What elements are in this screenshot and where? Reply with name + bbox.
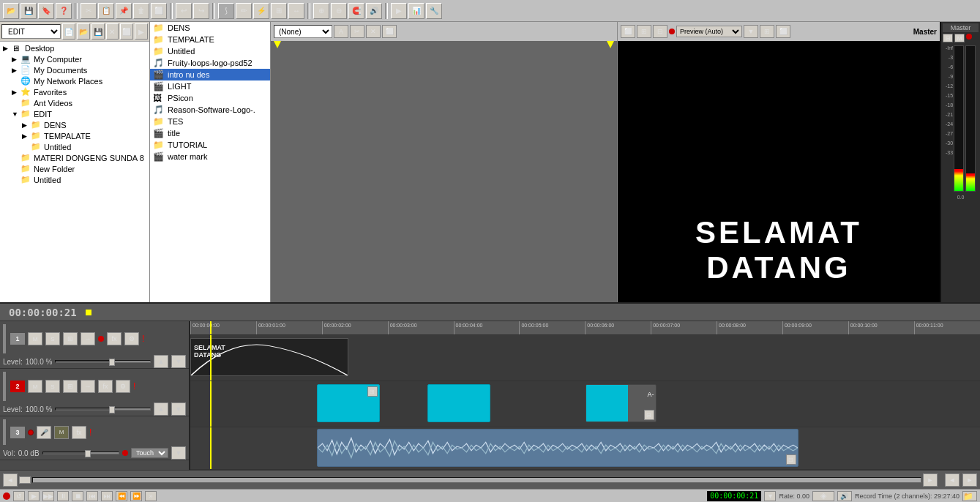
tl-horizontal-scrollbar[interactable] <box>32 477 921 483</box>
file-item-title[interactable]: 🎬 title <box>150 127 270 139</box>
track-1-settings[interactable]: ⚙ <box>124 332 139 345</box>
touch-mode-select[interactable]: Touch <box>131 448 168 458</box>
clip-selamat-datang[interactable]: SELAMATDATANG <box>190 338 348 376</box>
tree-item-new-folder[interactable]: 📁 New Folder <box>1 163 148 174</box>
tree-item-untitled-root[interactable]: 📁 Untitled <box>1 174 148 185</box>
track-2-settings[interactable]: ⚙ <box>116 380 130 393</box>
track-3-rec-btn[interactable] <box>28 430 34 435</box>
track-2-fx[interactable]: fx <box>98 380 113 393</box>
clip-resize-handle-2[interactable]: ⊟ <box>644 410 654 420</box>
bt-rec-btn[interactable] <box>3 492 10 500</box>
tree-item-network[interactable]: 🌐 My Network Places <box>1 75 148 86</box>
track-1-vol-down[interactable]: ▼ <box>171 355 186 368</box>
file-item-untitled[interactable]: 📁 Untitled <box>150 45 270 57</box>
tl-scroll-left[interactable]: ◄ <box>3 473 18 487</box>
bt-loop-btn[interactable]: ↺ <box>13 491 25 501</box>
new-project-btn[interactable]: 📄 <box>62 23 75 40</box>
tree-item-untitled-edit[interactable]: 📁 Untitled <box>1 141 148 152</box>
track-lane-3[interactable]: ⊟ <box>190 427 980 470</box>
preview-maximize-btn[interactable]: ⬜ <box>776 25 790 38</box>
track-1-fx[interactable]: fx <box>107 332 121 345</box>
preview-combo-middle[interactable]: (None) <box>274 25 332 38</box>
track-2-fader[interactable] <box>55 408 151 411</box>
right-preview-btn3[interactable]: ⊟ <box>653 25 667 38</box>
play-btn[interactable]: ▶ <box>135 23 148 40</box>
track-2-mute[interactable]: M <box>28 380 42 393</box>
bt-play[interactable]: ▶ <box>28 491 40 501</box>
toolbar-btn-9[interactable]: 📊 <box>408 3 424 19</box>
toolbar-btn-3[interactable]: 🔖 <box>38 3 54 19</box>
file-item-tutorial[interactable]: 📁 TUTORIAL <box>150 139 270 151</box>
track-1-solo[interactable]: S <box>45 332 60 345</box>
tree-item-dens[interactable]: ▶ 📁 DENS <box>1 119 148 130</box>
file-item-psicon[interactable]: 🖼 PSicon <box>150 92 270 104</box>
properties-btn[interactable]: ⬜ <box>120 23 133 40</box>
toolbar-copy[interactable]: 📋 <box>98 3 114 19</box>
clip-cyan-2[interactable] <box>427 384 490 422</box>
track-1-btn4[interactable]: → <box>81 332 95 345</box>
bt-pause[interactable]: ⏸ <box>57 491 69 501</box>
tree-item-materi[interactable]: 📁 MATERI DONGENG SUNDA 8 <box>1 152 148 163</box>
tl-zoom-in[interactable]: ► <box>962 473 977 487</box>
right-preview-btn2[interactable]: ⊞ <box>637 25 651 38</box>
track-2-vol-down[interactable]: ▼ <box>171 402 186 416</box>
bt-more[interactable]: » <box>145 491 157 501</box>
toolbar-zoom-in[interactable]: ⊕ <box>313 3 329 19</box>
clip-audio[interactable]: ⊟ <box>317 429 798 467</box>
toolbar-delete[interactable]: 🗑 <box>133 3 149 19</box>
tree-item-my-computer[interactable]: ▶ 💻 My Computer <box>1 53 148 64</box>
toolbar-btn-2[interactable]: 💾 <box>20 3 37 19</box>
tree-item-edit[interactable]: ▼ 📁 EDIT <box>1 108 148 119</box>
file-item-light[interactable]: 🎬 LIGHT <box>150 80 270 92</box>
file-item-dens[interactable]: 📁 DENS <box>150 22 270 34</box>
toolbar-paste[interactable]: 📌 <box>116 3 132 19</box>
toolbar-render[interactable]: ▶ <box>391 3 407 19</box>
file-item-intro[interactable]: 🎬 intro nu des <box>150 69 270 80</box>
tl-zoom-out[interactable]: ◄ <box>945 473 960 487</box>
toolbar-redo[interactable]: ↪ <box>193 3 209 19</box>
toolbar-undo[interactable]: ↩ <box>176 3 192 19</box>
bt-timecode-btn[interactable]: ▼ <box>764 491 776 501</box>
track-2-btn3[interactable]: ⊞ <box>63 380 78 393</box>
track-2-solo[interactable]: S <box>45 380 60 393</box>
track-2-vol-up[interactable]: ▲ <box>154 402 168 416</box>
toolbar-cut[interactable]: ✂ <box>81 3 97 19</box>
file-item-tempalate[interactable]: 📁 TEMPALATE <box>150 34 270 45</box>
track-1-mute[interactable]: M <box>28 332 42 345</box>
clip-resize-handle-1[interactable]: ⊞ <box>367 386 378 397</box>
tree-item-tempalate[interactable]: ▶ 📁 TEMPALATE <box>1 130 148 141</box>
toolbar-edit[interactable]: ✏ <box>236 3 252 19</box>
tl-scroll-handle[interactable] <box>19 476 31 484</box>
open-btn[interactable]: 📂 <box>77 23 90 40</box>
file-item-watermark[interactable]: 🎬 water mark <box>150 151 270 162</box>
toolbar-btn-7[interactable]: ↔ <box>288 3 304 19</box>
bt-end-btn[interactable]: 📁 <box>962 491 977 501</box>
track-1-btn3[interactable]: ⊞ <box>63 332 78 345</box>
tree-item-desktop[interactable]: ▶ 🖥 Desktop <box>1 43 148 53</box>
right-preview-snap[interactable]: ⬜ <box>621 25 635 38</box>
close-btn[interactable]: ✕ <box>106 23 119 40</box>
bt-speaker[interactable]: 🔊 <box>837 491 852 501</box>
file-item-tes[interactable]: 📁 TES <box>150 116 270 127</box>
track-1-vol-up[interactable]: ▲ <box>154 355 168 368</box>
preview-btn-2[interactable]: ✂ <box>350 25 364 38</box>
track-3-collapse-handle[interactable] <box>3 419 6 445</box>
vu-btn-1[interactable]: ⊟ <box>943 34 953 42</box>
toolbar-btn-5[interactable]: ⬜ <box>151 3 167 19</box>
tree-item-ant-videos[interactable]: 📁 Ant Videos <box>1 97 148 108</box>
tree-item-my-documents[interactable]: ▶ 📄 My Documents <box>1 64 148 75</box>
preview-maximize[interactable]: ⬜ <box>382 25 397 38</box>
toolbar-btn-8[interactable]: 🔊 <box>366 3 382 19</box>
tree-item-favorites[interactable]: ▶ ⭐ Favorites <box>1 86 148 97</box>
track-2-collapse-handle[interactable] <box>3 372 6 401</box>
clip-mixed[interactable]: A- ⊟ <box>586 384 657 422</box>
clip-cyan-1[interactable]: ⊞ <box>317 384 380 422</box>
preview-btn-1[interactable]: A <box>334 25 348 38</box>
toolbar-btn-1[interactable]: 📂 <box>3 3 19 19</box>
preview-mode-select[interactable]: Preview (Auto) <box>676 26 742 37</box>
toolbar-split[interactable]: ⚡ <box>253 3 269 19</box>
track-lane-1[interactable]: SELAMATDATANG <box>190 335 980 381</box>
preview-options-btn[interactable]: ▼ <box>744 25 758 38</box>
file-item-reason[interactable]: 🎵 Reason-Software-Logo-. <box>150 104 270 116</box>
track-3-fx[interactable]: fx <box>72 426 86 439</box>
